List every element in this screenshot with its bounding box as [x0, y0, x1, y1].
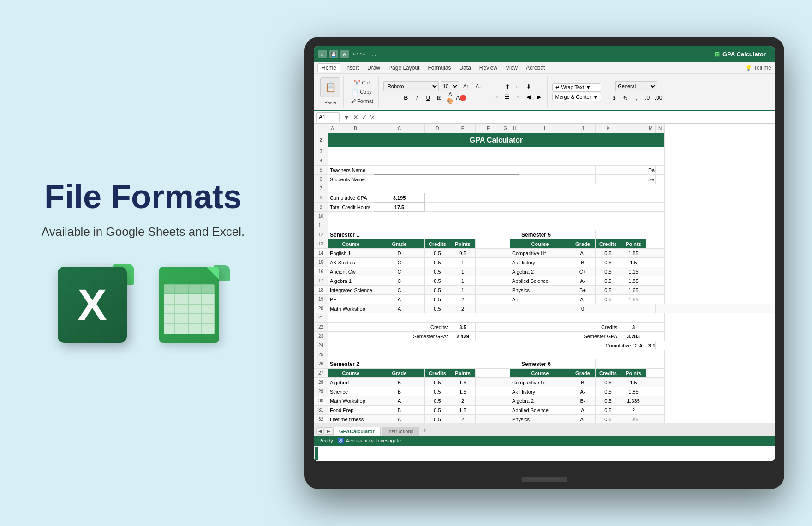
decrease-font-button[interactable]: A↓ [473, 82, 484, 90]
scrollbar-thumb[interactable] [315, 447, 318, 460]
italic-button[interactable]: I [412, 93, 422, 102]
menu-item-insert[interactable]: Insert [341, 64, 363, 72]
cancel-formula-button[interactable]: ✕ [352, 114, 359, 121]
menu-item-data[interactable]: Data [455, 64, 474, 72]
redo-button[interactable]: ↪ [360, 50, 365, 58]
menu-item-draw[interactable]: Draw [364, 64, 384, 72]
table-row: 17 Algebra 1 C 0.5 1 Applied Science A- … [314, 276, 775, 286]
decimal-decrease-button[interactable]: .00 [653, 93, 663, 102]
menu-item-page-layout[interactable]: Page Layout [385, 64, 423, 72]
excel-titlebar: ⌂ 💾 🖨 ↩ ↪ ... ⊞ GPA Calculator [314, 46, 775, 62]
section-label: Section: [646, 175, 656, 184]
expand-formula-button[interactable]: ▼ [342, 114, 351, 121]
left-panel: File Formats Available in Google Sheets … [0, 0, 286, 526]
tab-nav-prev[interactable]: ◀ [316, 427, 324, 435]
merge-center-button[interactable]: Merge & Center ▼ [552, 93, 602, 101]
vertical-scrollbar[interactable] [314, 446, 318, 461]
formula-input[interactable] [377, 114, 772, 120]
grid-cell [164, 324, 175, 334]
menu-item-formulas[interactable]: Formulas [424, 64, 454, 72]
increase-font-button[interactable]: A↑ [461, 82, 472, 90]
semester-header-row: 12 Semester 1 Semester 5 [314, 230, 775, 239]
font-color-button[interactable]: A🔴 [456, 93, 466, 102]
copy-button[interactable]: 📄 Copy [350, 88, 374, 96]
bold-button[interactable]: B [401, 93, 411, 102]
tab-nav-next[interactable]: ▶ [325, 427, 332, 435]
undo-button[interactable]: ↩ [352, 50, 358, 58]
ribbon-group-wrap-merge: ↵ Wrap Text ▼ Merge & Center ▼ [549, 76, 605, 108]
print-icon[interactable]: 🖨 [340, 50, 349, 58]
menu-item-acrobat[interactable]: Acrobat [522, 64, 549, 72]
indent-right-button[interactable]: ▶ [534, 92, 544, 102]
align-middle-button[interactable]: ↔ [513, 82, 523, 91]
comma-button[interactable]: , [631, 93, 641, 102]
menu-item-home[interactable]: Home [317, 63, 340, 72]
table-row: 15 AK Studies C 0.5 1 Ak History B 0.5 [314, 258, 775, 267]
teachers-name-row: 5 Teachers Name: Date: [314, 166, 775, 175]
format-painter-button[interactable]: 🖌 Format [348, 97, 376, 105]
font-size-select[interactable]: 10 [441, 81, 459, 91]
menu-item-view[interactable]: View [502, 64, 521, 72]
grid-cell [175, 304, 188, 314]
sheet-tab-instructions[interactable]: Instructions [382, 427, 419, 436]
tell-me-area[interactable]: 💡 Tell me [745, 65, 771, 71]
sheets-icon-body [159, 267, 219, 343]
empty-row-10: 10 [314, 212, 775, 221]
align-right-button[interactable]: ≡ [513, 92, 523, 102]
table-row: 30 Math Workshop A 0.5 2 Algebra 2 B- 0.… [314, 396, 775, 406]
wrap-text-button[interactable]: ↵ Wrap Text ▼ [552, 83, 602, 92]
sheets-corner [206, 267, 219, 280]
font-family-select[interactable]: Roboto [383, 81, 439, 91]
more-options-button[interactable]: ... [369, 50, 377, 58]
spreadsheet-area: A B C D E F G H I J [314, 124, 775, 446]
students-name-input[interactable] [374, 175, 519, 184]
number-format-select[interactable]: General [615, 81, 657, 91]
confirm-formula-button[interactable]: ✓ [361, 114, 368, 121]
percent-button[interactable]: % [620, 93, 630, 102]
indent-left-button[interactable]: ◀ [524, 92, 534, 102]
save-icon[interactable]: 💾 [329, 50, 338, 58]
grid-cell [188, 314, 202, 324]
align-left-button[interactable]: ≡ [492, 92, 502, 102]
grid-cell [201, 294, 215, 304]
sheets-grid-area [164, 284, 215, 334]
wrap-text-label: Wrap Text [561, 84, 584, 90]
empty-row-7: 7 [314, 184, 775, 193]
add-sheet-button[interactable]: + [420, 425, 430, 435]
underline-button[interactable]: U [423, 93, 433, 102]
align-top-button[interactable]: ⬆ [502, 82, 513, 91]
fill-color-button[interactable]: A🎨 [445, 93, 455, 102]
status-bar: Ready ♿ Accessibility: Investigate [314, 436, 775, 446]
align-bottom-button[interactable]: ⬇ [524, 82, 534, 91]
excel-icon-body: X [58, 267, 127, 343]
grid-cell [188, 294, 202, 304]
currency-button[interactable]: $ [609, 93, 619, 102]
ribbon: 📋 Paste ✂️ Cut 📄 Copy 🖌 Format [314, 74, 775, 111]
teachers-name-input[interactable] [374, 166, 519, 175]
table-header-row-2: 27 Course Grade Credits Points Course Gr… [314, 369, 775, 378]
laptop-notch [521, 477, 567, 482]
s5-cumulative-gpa: 3.130 [646, 341, 656, 350]
ribbon-group-clipboard: ✂️ Cut 📄 Copy 🖌 Format [346, 76, 379, 108]
cut-button[interactable]: ✂️ Cut [352, 78, 372, 87]
border-button[interactable]: ⊞ [434, 93, 444, 102]
grid-cell [164, 294, 175, 304]
s5r1-grade: A- [570, 249, 596, 258]
s1r1-course: English 1 [328, 249, 374, 258]
laptop-screen: ⌂ 💾 🖨 ↩ ↪ ... ⊞ GPA Calculator [314, 46, 775, 461]
home-icon[interactable]: ⌂ [318, 50, 327, 58]
paste-button[interactable]: 📋 [320, 77, 340, 97]
grid-cell [201, 314, 215, 324]
format-buttons: B I U ⊞ A🎨 A🔴 [401, 93, 466, 102]
grid-cell [201, 304, 215, 314]
sheet-tab-calculator[interactable]: GPACalculator [333, 427, 381, 436]
decimal-increase-button[interactable]: .0 [642, 93, 652, 102]
semester1-title: Semester 1 [328, 230, 374, 239]
align-center-button[interactable]: ☰ [502, 92, 513, 102]
teachers-name-label: Teachers Name: [328, 166, 374, 175]
menu-item-review[interactable]: Review [476, 64, 501, 72]
cell-reference-box[interactable]: A1 [316, 112, 340, 122]
cumulative-gpa-label: Cumulative GPA [328, 193, 374, 203]
students-name-label: Students Name: [328, 175, 374, 184]
app-title: GPA Calculator [722, 51, 766, 58]
